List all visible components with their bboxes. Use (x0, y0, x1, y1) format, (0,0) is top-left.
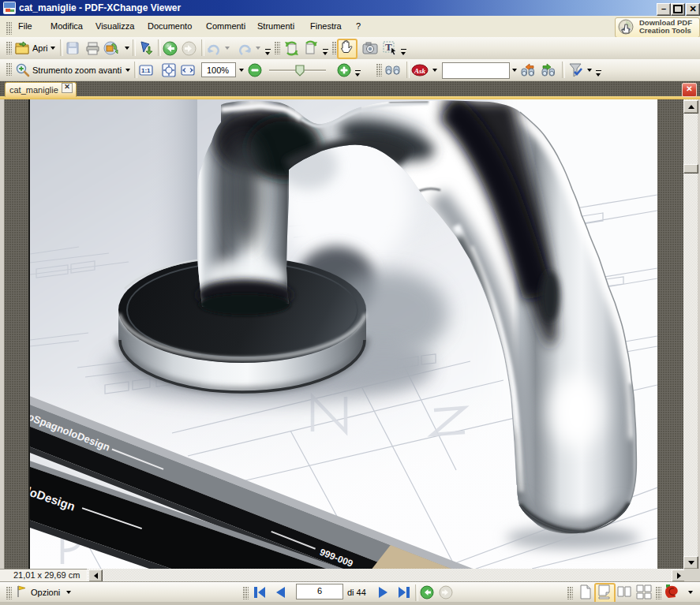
svg-text:Ask: Ask (414, 67, 426, 75)
svg-text:1:1: 1:1 (141, 67, 151, 74)
